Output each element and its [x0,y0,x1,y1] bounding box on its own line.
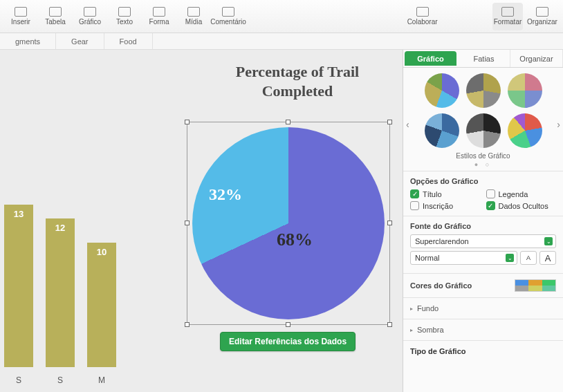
disclosure-label: Fundo [417,304,439,312]
resize-handle-tl[interactable] [185,120,190,124]
format-button[interactable]: Formatar [492,3,523,30]
checkbox-label: Inscrição [423,202,453,210]
inspector-tabs: Gráfico Fatias Organizar [403,50,563,68]
styles-prev-icon[interactable]: ‹ [406,119,409,130]
chart-style-4[interactable] [425,113,459,148]
font-weight-select[interactable]: Normal ⌄ [410,251,517,265]
main-toolbar: InserirTabelaGráficoTextoFormaMídiaComen… [0,0,563,33]
resize-handle-r[interactable] [387,221,392,225]
person-icon [416,7,429,17]
chart-type-label: Tipo de Gráfico [410,347,465,355]
font-family-value: Superclarendon [415,237,469,245]
color-swatch-picker[interactable] [515,279,556,292]
check-icon: ✓ [410,189,419,198]
toolbar-forma-button[interactable]: Forma [144,3,174,30]
resize-handle-br[interactable] [387,322,392,327]
pie-label-large: 68% [277,230,313,250]
organize-button[interactable]: Organizar [527,3,557,30]
check-icon: ✓ [486,201,495,210]
chart-style-2[interactable] [466,73,501,108]
chart-style-3[interactable] [508,73,542,108]
toolbar-icon [49,7,62,17]
toolbar-left-group: InserirTabelaGráficoTextoFormaMídiaComen… [6,3,243,30]
pie-chart[interactable] [192,127,385,319]
chart-style-5[interactable] [466,113,501,148]
sheet-tab[interactable]: Food [104,33,153,49]
checkbox-label: Título [423,190,442,198]
checkbox-label: Legenda [499,190,528,198]
organize-label: Organizar [527,18,557,26]
format-label: Formatar [494,18,522,26]
checkbox-inscricao[interactable]: Inscrição [410,201,481,210]
bar-axis-labels: SSM [0,375,116,385]
canvas-area[interactable]: 131210 SSM Percentage of Trail Completed… [0,50,403,392]
styles-next-icon[interactable]: › [557,119,560,130]
toolbar-gráfico-button[interactable]: Gráfico [75,3,105,30]
triangle-right-icon: ▸ [410,306,413,312]
toolbar-icon [187,7,200,17]
tab-grafico[interactable]: Gráfico [405,51,456,66]
sheet-tabs: gmentsGearFood [0,33,563,50]
chart-colors-title: Cores do Gráfico [410,281,472,290]
tab-organizar[interactable]: Organizar [510,50,563,67]
toolbar-icon [84,7,96,17]
collab-label: Colaborar [407,18,438,26]
font-family-select[interactable]: Superclarendon ⌄ [410,234,556,248]
chevron-down-icon: ⌄ [506,254,514,262]
pager-dots[interactable]: ● ○ [407,161,559,168]
font-weight-value: Normal [415,254,439,262]
bar-value: 13 [4,209,33,219]
toolbar-label: Inserir [11,18,30,26]
edit-data-references-button[interactable]: Editar Referências dos Dados [220,332,356,351]
bar-value: 10 [87,247,116,257]
resize-handle-l[interactable] [185,221,190,225]
toolbar-icon [15,7,27,17]
chart-type-section[interactable]: Tipo de Gráfico [403,340,563,362]
brush-icon [501,7,514,17]
format-inspector: Gráfico Fatias Organizar Estilos de Gráf… [403,50,563,392]
checkbox-dados-ocultos[interactable]: ✓Dados Ocultos [486,201,557,210]
toolbar-mídia-button[interactable]: Mídia [178,3,209,30]
styles-label: Estilos de Gráfico [407,152,559,160]
bar-chart[interactable]: 131210 [0,205,116,367]
chevron-down-icon: ⌄ [544,237,553,245]
toolbar-label: Tabela [45,18,65,26]
bar[interactable]: 12 [46,218,75,367]
checkbox-legenda[interactable]: Legenda [486,189,557,198]
toolbar-label: Comentário [210,18,246,26]
toolbar-icon [153,7,165,17]
sheet-tab[interactable]: Gear [56,33,104,49]
stack-icon [536,7,548,17]
toolbar-label: Mídia [185,18,202,26]
resize-handle-b[interactable] [286,322,290,327]
chart-title: Percentage of Trail Completed [207,62,387,100]
tab-fatias[interactable]: Fatias [458,50,510,67]
collab-button[interactable]: Colaborar [407,3,438,30]
toolbar-comentário-button[interactable]: Comentário [213,3,243,30]
toolbar-label: Gráfico [79,18,101,26]
toolbar-inserir-button[interactable]: Inserir [6,3,36,30]
pie-label-small: 32% [209,185,242,204]
chart-style-1[interactable] [425,73,459,108]
resize-handle-tr[interactable] [387,120,392,124]
chart-styles-gallery: Estilos de Gráfico ● ○ [403,68,563,171]
chart-font-section: Fonte do Gráfico Superclarendon ⌄ Normal… [403,216,563,273]
sheet-tab[interactable]: gments [0,33,56,49]
chart-style-6[interactable] [508,113,542,148]
bar[interactable]: 10 [87,243,116,367]
chart-options-title: Opções do Gráfico [410,177,556,185]
background-disclosure[interactable]: ▸Fundo [403,297,563,319]
bar[interactable]: 13 [4,205,33,367]
bar-category-label: S [4,375,33,385]
check-icon [410,201,419,210]
toolbar-tabela-button[interactable]: Tabela [40,3,71,30]
resize-handle-t[interactable] [286,120,290,124]
triangle-right-icon: ▸ [410,327,413,333]
font-larger-button[interactable]: A [539,251,556,265]
font-smaller-button[interactable]: A [520,251,537,265]
checkbox-label: Dados Ocultos [499,202,548,210]
shadow-disclosure[interactable]: ▸Sombra [403,319,563,340]
checkbox-titulo[interactable]: ✓Título [410,189,481,198]
resize-handle-bl[interactable] [185,322,190,327]
toolbar-texto-button[interactable]: Texto [109,3,140,30]
